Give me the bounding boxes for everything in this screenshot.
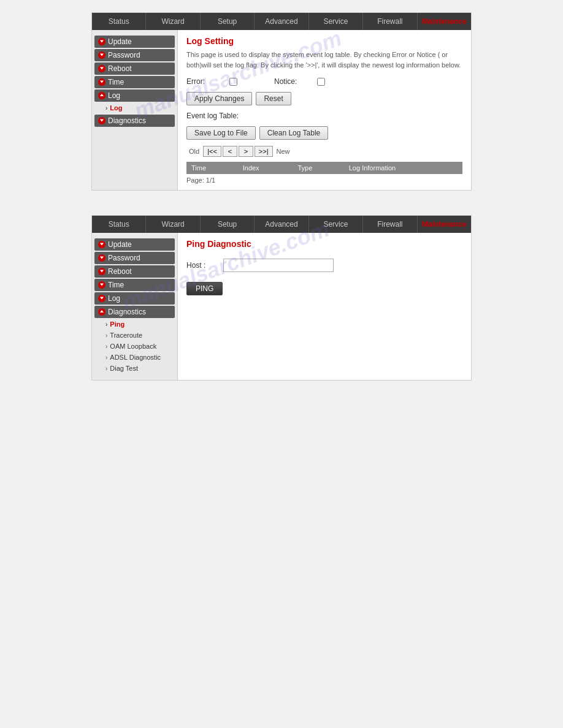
- panel-ping-diagnostic: manualsarchive.com Status Wizard Setup A…: [91, 215, 472, 381]
- sidebar-subitem-traceroute[interactable]: › Traceroute: [92, 330, 177, 341]
- nav-bar-2: Status Wizard Setup Advanced Service Fir…: [92, 216, 471, 233]
- content-area-1: Update Password Reboot: [92, 30, 471, 190]
- arrow-icon-update-2: [98, 241, 105, 248]
- sidebar-update-2[interactable]: Update: [94, 238, 175, 251]
- sidebar-group-reboot-2: Reboot: [92, 265, 177, 278]
- nav-prev-button[interactable]: <: [223, 146, 237, 157]
- nav-advanced-2[interactable]: Advanced: [255, 216, 308, 233]
- sub-arrow-oam: ›: [105, 343, 107, 350]
- sidebar-group-time-2: Time: [92, 279, 177, 291]
- sub-arrow-adsl: ›: [105, 354, 107, 361]
- sidebar-group-password-2: Password: [92, 252, 177, 264]
- sidebar-subitem-diag-test[interactable]: › Diag Test: [92, 363, 177, 374]
- arrow-icon-log-1: [98, 92, 105, 99]
- main-content-log: Log Setting This page is used to display…: [178, 30, 471, 190]
- arrow-icon-time-2: [98, 281, 105, 289]
- event-log-label: Event log Table:: [186, 112, 462, 120]
- nav-maintenance-2[interactable]: Maintenance: [418, 216, 471, 233]
- ping-form-row: Host :: [186, 259, 462, 272]
- notice-checkbox[interactable]: [317, 78, 325, 86]
- col-index: Index: [238, 162, 293, 174]
- host-label: Host :: [186, 261, 223, 270]
- col-time: Time: [186, 162, 238, 174]
- save-log-button[interactable]: Save Log to File: [186, 126, 256, 140]
- nav-firewall-2[interactable]: Firewall: [363, 216, 417, 233]
- new-label: New: [274, 148, 293, 155]
- clean-log-button[interactable]: Clean Log Table: [259, 126, 329, 140]
- ping-button[interactable]: PING: [186, 282, 223, 295]
- sidebar-diagnostics-2[interactable]: Diagnostics: [94, 306, 175, 318]
- arrow-icon-log-2: [98, 295, 105, 302]
- nav-first-button[interactable]: |<<: [203, 146, 221, 157]
- sub-arrow-ping: ›: [105, 321, 107, 328]
- nav-setup-1[interactable]: Setup: [201, 13, 255, 30]
- main-content-ping: Ping Diagnostic Host : PING: [178, 233, 471, 380]
- nav-service-2[interactable]: Service: [309, 216, 363, 233]
- log-description: This page is used to display the system …: [186, 50, 462, 70]
- panel-log-setting: manualsarchive.com Status Wizard Setup A…: [91, 12, 472, 191]
- sidebar-update-1[interactable]: Update: [94, 36, 175, 48]
- sidebar-log-2[interactable]: Log: [94, 292, 175, 305]
- sub-arrow-traceroute: ›: [105, 332, 107, 339]
- sidebar-group-reboot-1: Reboot: [92, 63, 177, 75]
- apply-changes-button[interactable]: Apply Changes: [186, 92, 252, 105]
- log-button-row: Apply Changes Reset: [186, 92, 462, 105]
- col-log-info: Log Information: [344, 162, 462, 174]
- sidebar-password-2[interactable]: Password: [94, 252, 175, 264]
- sidebar-group-time-1: Time: [92, 76, 177, 88]
- log-section-title: Log Setting: [186, 36, 462, 46]
- sidebar-reboot-1[interactable]: Reboot: [94, 63, 175, 75]
- sidebar-reboot-2[interactable]: Reboot: [94, 265, 175, 278]
- sidebar-time-1[interactable]: Time: [94, 76, 175, 88]
- sidebar-group-diagnostics-1: Diagnostics: [92, 115, 177, 127]
- nav-status-2[interactable]: Status: [92, 216, 146, 233]
- arrow-icon-password-2: [98, 254, 105, 262]
- sidebar-subitem-log-1[interactable]: › Log: [92, 102, 177, 113]
- arrow-icon-diagnostics-2: [98, 308, 105, 316]
- nav-wizard-2[interactable]: Wizard: [146, 216, 200, 233]
- nav-service-1[interactable]: Service: [309, 13, 363, 30]
- arrow-icon-password-1: [98, 51, 105, 59]
- nav-bar-1: Status Wizard Setup Advanced Service Fir…: [92, 13, 471, 30]
- sidebar-group-update-2: Update: [92, 238, 177, 251]
- sub-arrow-diag-test: ›: [105, 365, 107, 372]
- arrow-icon-reboot-1: [98, 65, 105, 72]
- host-input[interactable]: [223, 259, 334, 272]
- sidebar-2: Update Password Reboot: [92, 233, 178, 380]
- sidebar-subitem-ping[interactable]: › Ping: [92, 319, 177, 330]
- ping-section-title: Ping Diagnostic: [186, 239, 462, 249]
- sidebar-password-1[interactable]: Password: [94, 49, 175, 61]
- nav-last-button[interactable]: >>|: [255, 146, 273, 157]
- sidebar-1: Update Password Reboot: [92, 30, 178, 190]
- sidebar-subitem-adsl[interactable]: › ADSL Diagnostic: [92, 352, 177, 363]
- content-area-2: Update Password Reboot: [92, 233, 471, 380]
- old-label: Old: [186, 148, 202, 155]
- sidebar-time-2[interactable]: Time: [94, 279, 175, 291]
- nav-wizard-1[interactable]: Wizard: [146, 13, 200, 30]
- arrow-icon-update-1: [98, 38, 105, 45]
- error-label: Error:: [186, 77, 229, 86]
- col-type: Type: [293, 162, 343, 174]
- nav-next-button[interactable]: >: [239, 146, 253, 157]
- nav-advanced-1[interactable]: Advanced: [255, 13, 308, 30]
- log-flags-row: Error: Notice:: [186, 77, 462, 86]
- log-table-buttons: Save Log to File Clean Log Table: [186, 126, 462, 140]
- sidebar-group-log-1: Log › Log: [92, 89, 177, 113]
- sidebar-diagnostics-1[interactable]: Diagnostics: [94, 115, 175, 127]
- error-checkbox[interactable]: [229, 78, 237, 86]
- sidebar-subitem-oam[interactable]: › OAM Loopback: [92, 341, 177, 352]
- nav-firewall-1[interactable]: Firewall: [363, 13, 417, 30]
- nav-maintenance-1[interactable]: Maintenance: [418, 13, 471, 30]
- arrow-icon-reboot-2: [98, 268, 105, 275]
- reset-button[interactable]: Reset: [256, 92, 291, 105]
- arrow-icon-diagnostics-1: [98, 117, 105, 124]
- log-table: Time Index Type Log Information: [186, 162, 462, 174]
- sidebar-group-password-1: Password: [92, 49, 177, 61]
- arrow-icon-time-1: [98, 78, 105, 86]
- nav-status-1[interactable]: Status: [92, 13, 146, 30]
- sidebar-group-update-1: Update: [92, 36, 177, 48]
- nav-setup-2[interactable]: Setup: [201, 216, 255, 233]
- sidebar-group-diagnostics-2: Diagnostics › Ping › Traceroute › OAM Lo…: [92, 306, 177, 374]
- sidebar-log-1[interactable]: Log: [94, 89, 175, 102]
- sub-arrow-icon-1: ›: [105, 105, 107, 112]
